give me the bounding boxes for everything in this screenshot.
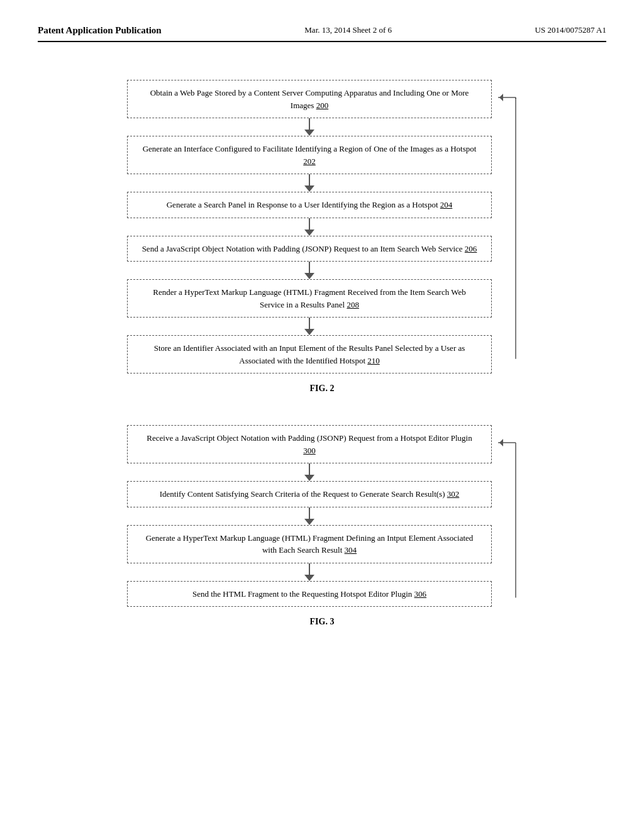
ref-208: 208 — [347, 300, 359, 309]
arrow-5 — [127, 318, 492, 335]
arrow-8 — [127, 563, 492, 581]
arrow-head-6 — [304, 475, 314, 481]
fig3-flowchart: Receive a JavaScript Object Notation wit… — [127, 425, 492, 607]
ref-210: 210 — [367, 356, 380, 365]
box-306-text: Send the HTML Fragment to the Requesting… — [192, 589, 426, 599]
ref-302: 302 — [447, 489, 460, 499]
box-300-text: Receive a JavaScript Object Notation wit… — [147, 433, 472, 455]
flow-box-210: Store an Identifier Associated with an I… — [127, 335, 492, 374]
arrow-head-1 — [304, 130, 314, 136]
box-302-text: Identify Content Satisfying Search Crite… — [160, 489, 460, 499]
fig3-wrapper: Receive a JavaScript Object Notation wit… — [127, 425, 517, 607]
flow-box-206: Send a JavaScript Object Notation with P… — [127, 236, 492, 262]
box-200-text: Obtain a Web Page Stored by a Content Se… — [150, 88, 469, 110]
arrow-head-7 — [304, 519, 314, 525]
arrow-7 — [127, 507, 492, 525]
arrow-line-3 — [309, 218, 310, 230]
arrow-line-7 — [309, 507, 310, 519]
flow-box-202: Generate an Interface Configured to Faci… — [127, 136, 492, 174]
box-204-text: Generate a Search Panel in Response to a… — [167, 200, 453, 209]
flow-box-300: Receive a JavaScript Object Notation wit… — [127, 425, 492, 463]
box-208-text: Render a HyperText Markup Language (HTML… — [153, 287, 465, 309]
ref-206: 206 — [465, 244, 477, 253]
flow-box-204: Generate a Search Panel in Response to a… — [127, 192, 492, 218]
header-publication-type: Patent Application Publication — [38, 25, 162, 36]
arrow-6 — [127, 463, 492, 481]
flow-box-200: Obtain a Web Page Stored by a Content Se… — [127, 80, 492, 118]
flow-box-306: Send the HTML Fragment to the Requesting… — [127, 581, 492, 607]
page-header: Patent Application Publication Mar. 13, … — [38, 25, 606, 42]
flow-box-208: Render a HyperText Markup Language (HTML… — [127, 279, 492, 318]
ref-306: 306 — [414, 589, 427, 599]
svg-marker-3 — [499, 94, 503, 101]
figure-3-container: Receive a JavaScript Object Notation wit… — [38, 425, 606, 627]
arrow-1 — [127, 118, 492, 136]
arrow-head-3 — [304, 230, 314, 236]
ref-202: 202 — [303, 157, 316, 166]
arrow-line-1 — [309, 118, 310, 130]
fig2-label: FIG. 2 — [310, 384, 335, 394]
arrow-3 — [127, 218, 492, 236]
arrow-2 — [127, 174, 492, 192]
flow-box-302: Identify Content Satisfying Search Crite… — [127, 481, 492, 507]
box-202-text: Generate an Interface Configured to Faci… — [143, 144, 477, 166]
arrow-head-4 — [304, 273, 314, 279]
ref-304: 304 — [345, 545, 357, 555]
ref-204: 204 — [440, 200, 453, 209]
box-304-text: Generate a HyperText Markup Language (HT… — [146, 533, 474, 555]
header-patent-number: US 2014/0075287 A1 — [535, 25, 606, 35]
arrow-line-4 — [309, 262, 310, 273]
box-210-text: Store an Identifier Associated with an I… — [154, 343, 465, 365]
arrow-line-6 — [309, 463, 310, 475]
arrow-head-8 — [304, 575, 314, 581]
flow-box-304: Generate a HyperText Markup Language (HT… — [127, 525, 492, 563]
header-date-sheet: Mar. 13, 2014 Sheet 2 of 6 — [304, 25, 392, 35]
figure-2-container: Obtain a Web Page Stored by a Content Se… — [38, 80, 606, 394]
fig2-side-arrow — [498, 80, 518, 374]
arrow-line-5 — [309, 318, 310, 329]
ref-200: 200 — [316, 101, 329, 110]
fig2-wrapper: Obtain a Web Page Stored by a Content Se… — [127, 80, 517, 374]
arrow-4 — [127, 262, 492, 279]
fig2-flowchart: Obtain a Web Page Stored by a Content Se… — [127, 80, 492, 374]
fig3-label: FIG. 3 — [310, 617, 335, 627]
svg-marker-6 — [499, 439, 503, 446]
ref-300: 300 — [303, 446, 316, 455]
box-206-text: Send a JavaScript Object Notation with P… — [142, 244, 477, 253]
arrow-head-5 — [304, 329, 314, 335]
arrow-line-8 — [309, 563, 310, 575]
arrow-head-2 — [304, 185, 314, 192]
page: Patent Application Publication Mar. 13, … — [0, 0, 644, 830]
arrow-line-2 — [309, 174, 310, 185]
fig3-side-arrow — [498, 425, 518, 607]
